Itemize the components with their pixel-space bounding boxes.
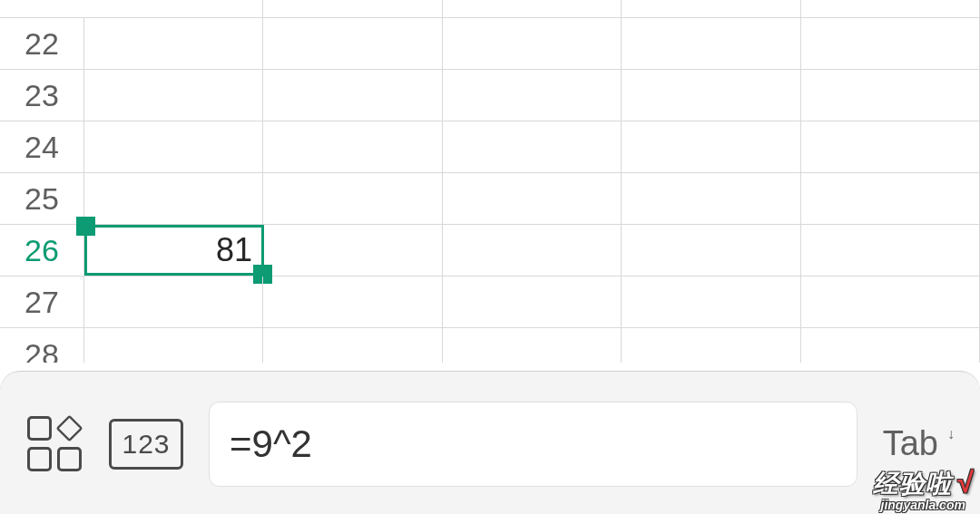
- cell[interactable]: [622, 276, 800, 327]
- cell[interactable]: [443, 121, 622, 172]
- cell[interactable]: [801, 276, 980, 327]
- watermark-url: jingyanla.com: [873, 498, 973, 512]
- table-row: 25: [0, 173, 980, 225]
- cell[interactable]: [622, 121, 800, 172]
- row-header[interactable]: 27: [0, 276, 84, 327]
- cell[interactable]: [443, 225, 622, 276]
- watermark-text: 经验啦: [873, 470, 952, 498]
- table-row: 26 81: [0, 225, 980, 276]
- row-header[interactable]: 24: [0, 121, 84, 172]
- cell[interactable]: [263, 18, 442, 69]
- cell[interactable]: [443, 18, 622, 69]
- tab-label: Tab: [883, 424, 938, 463]
- cell[interactable]: [622, 225, 800, 276]
- cell[interactable]: [801, 0, 980, 17]
- cell[interactable]: [263, 328, 442, 363]
- arrow-down-icon: ↓: [947, 426, 955, 442]
- cell[interactable]: [263, 121, 442, 172]
- apps-icon[interactable]: [27, 416, 83, 472]
- formula-bar: 123 =9^2 Tab ↓: [0, 371, 980, 514]
- table-row: 23: [0, 70, 980, 121]
- spreadsheet-grid[interactable]: 21 22 23 24 25 26: [0, 0, 980, 372]
- cell[interactable]: [443, 0, 622, 17]
- cell[interactable]: [801, 173, 980, 224]
- cell[interactable]: [443, 328, 622, 363]
- cell[interactable]: [801, 70, 980, 121]
- cell[interactable]: [263, 0, 442, 17]
- table-row: 24: [0, 121, 980, 173]
- cell-value: 81: [216, 231, 252, 269]
- cell[interactable]: [263, 276, 442, 327]
- cell[interactable]: [263, 173, 442, 224]
- cell[interactable]: [84, 70, 263, 121]
- cell[interactable]: [443, 276, 622, 327]
- check-icon: √: [956, 466, 973, 499]
- table-row: 22: [0, 18, 980, 70]
- table-row-partial: 21: [0, 0, 980, 18]
- cell[interactable]: [443, 70, 622, 121]
- table-row-partial: 28: [0, 328, 980, 363]
- cell[interactable]: [801, 225, 980, 276]
- cell[interactable]: [263, 70, 442, 121]
- watermark: 经验啦√ jingyanla.com: [873, 466, 973, 512]
- cell[interactable]: [443, 173, 622, 224]
- selection-handle-top-left[interactable]: [76, 217, 95, 236]
- cell[interactable]: [84, 173, 263, 224]
- cell[interactable]: [622, 70, 800, 121]
- cell[interactable]: [84, 0, 263, 17]
- cell[interactable]: [622, 18, 800, 69]
- cell[interactable]: [801, 121, 980, 172]
- cell[interactable]: [84, 276, 263, 327]
- cell[interactable]: [84, 18, 263, 69]
- row-header[interactable]: 23: [0, 70, 84, 121]
- row-header-active[interactable]: 26: [0, 225, 84, 276]
- selected-cell[interactable]: 81: [84, 225, 264, 276]
- cell[interactable]: [622, 0, 800, 17]
- formula-input[interactable]: =9^2: [209, 402, 858, 487]
- cell[interactable]: [264, 225, 443, 276]
- table-row: 27: [0, 276, 980, 328]
- cell[interactable]: [622, 173, 800, 224]
- cell[interactable]: [801, 18, 980, 69]
- cell[interactable]: [84, 328, 263, 363]
- row-header[interactable]: 22: [0, 18, 84, 69]
- tab-button[interactable]: Tab ↓: [883, 424, 955, 463]
- cell[interactable]: [801, 328, 980, 363]
- number-format-button[interactable]: 123: [109, 419, 183, 470]
- row-header[interactable]: 28: [0, 328, 84, 363]
- cell[interactable]: [84, 121, 263, 172]
- row-header[interactable]: 25: [0, 173, 84, 224]
- cell[interactable]: [622, 328, 800, 363]
